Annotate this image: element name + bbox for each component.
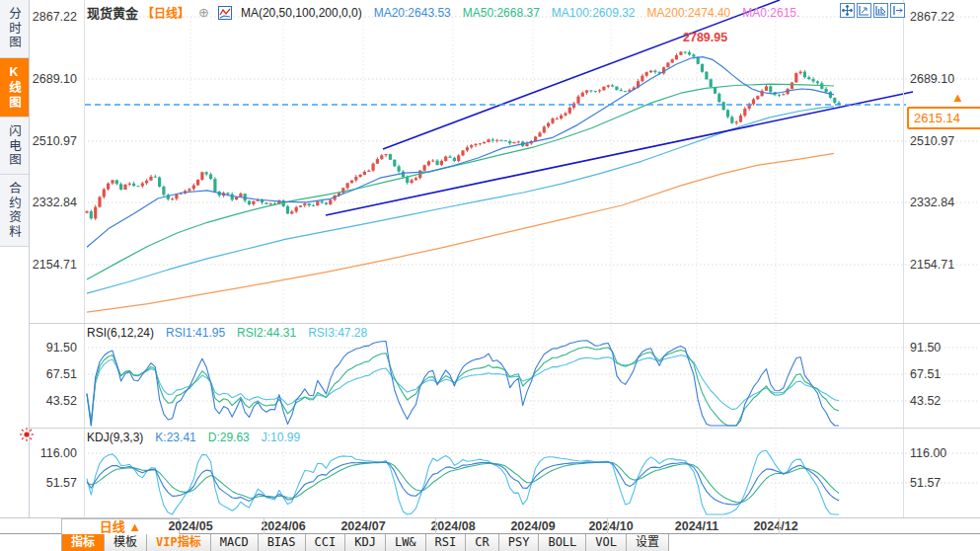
- axis-label: 67.51: [910, 367, 941, 381]
- axis-label: 91.50: [910, 341, 941, 354]
- axis-label: 2332.84: [910, 196, 954, 209]
- toolbar-tab-PSY[interactable]: PSY: [499, 534, 540, 551]
- month-label: 2024/10: [579, 519, 642, 533]
- kdj-value: D:29.63: [208, 431, 250, 444]
- pane-divider-rsi: [30, 323, 980, 324]
- alert-sun-icon[interactable]: [19, 427, 35, 445]
- rsi-title: RSI(6,12,24): [87, 326, 154, 340]
- indicator-toolbar: 指标模板VIP指标MACDBIASCCIKDJLW&RSICRPSYBOLLVO…: [0, 534, 980, 551]
- zoom-bars-icon[interactable]: [873, 3, 888, 18]
- toolbar-tab-CCI[interactable]: CCI: [306, 534, 346, 551]
- ma-value: MA(20,50,100,200,0,0): [241, 6, 362, 20]
- toolbar-tab-RSI[interactable]: RSI: [426, 534, 467, 551]
- toolbar-tab-VIP指标[interactable]: VIP指标: [147, 534, 211, 551]
- right-axis-divider: [903, 0, 904, 517]
- peak-price-label: 2789.95: [683, 31, 727, 44]
- axis-label: 2332.84: [28, 196, 77, 209]
- toolbar-tab-KDJ[interactable]: KDJ: [345, 534, 386, 551]
- axis-label: 43.52: [910, 394, 941, 408]
- kdj-title: KDJ(9,3,3): [87, 431, 143, 444]
- ma-value: MA20:2643.53: [374, 6, 451, 20]
- month-label: 2024/05: [159, 519, 222, 533]
- axis-label: 51.57: [910, 476, 941, 490]
- axis-label: 116.00: [28, 446, 77, 460]
- ma-value: MA200:2474.40: [647, 6, 731, 20]
- kdj-value: K:23.41: [155, 431, 195, 444]
- kdj-header: KDJ(9,3,3) K:23.41D:29.63J:10.99: [87, 431, 300, 444]
- add-overlay-icon[interactable]: ⊕: [198, 6, 209, 19]
- month-label: 2024/09: [501, 519, 565, 533]
- axis-label: 2154.71: [28, 258, 77, 272]
- exit-right-icon[interactable]: [890, 3, 905, 18]
- ma-value: MA50:2668.37: [463, 6, 540, 20]
- toolbar-tab-BIAS[interactable]: BIAS: [259, 534, 306, 551]
- kdj-value: J:10.99: [262, 431, 300, 444]
- axis-label: 2689.10: [28, 72, 77, 86]
- month-label: 2024/11: [665, 519, 728, 533]
- chart-tools: [840, 3, 905, 18]
- axis-label: 43.52: [28, 394, 77, 408]
- month-label: 2024/12: [744, 519, 807, 533]
- toolbar-tab-CR[interactable]: CR: [466, 534, 498, 551]
- axis-separator: [435, 518, 436, 534]
- ma-value: MA0:2615.: [742, 6, 799, 20]
- last-price-tag: 2615.14: [907, 107, 980, 129]
- rsi-header: RSI(6,12,24) RSI1:41.95RSI2:44.31RSI3:47…: [87, 326, 367, 340]
- axis-label: 2867.22: [910, 10, 954, 24]
- ma-values: MA(20,50,100,200,0,0)MA20:2643.53MA50:26…: [241, 6, 799, 20]
- rsi-value: RSI1:41.95: [166, 326, 225, 340]
- toolbar-tab-模板[interactable]: 模板: [105, 534, 147, 551]
- axis-separator: [779, 518, 780, 534]
- toolbar-tab-设置[interactable]: 设置: [627, 534, 669, 551]
- period-tag: 【日线】: [142, 4, 189, 21]
- price-up-arrow: ▲: [951, 90, 964, 105]
- symbol-name: 现货黄金: [87, 3, 138, 22]
- axis-label: 91.50: [28, 341, 77, 354]
- ma-value: MA100:2609.32: [552, 6, 636, 20]
- axis-separator: [264, 518, 264, 534]
- axis-label: 2689.10: [910, 72, 954, 86]
- axis-separator: [607, 518, 608, 534]
- axis-label: 2510.97: [910, 134, 954, 148]
- pane-divider-kdj: [30, 428, 980, 429]
- pan-crosshair-icon[interactable]: [840, 3, 855, 18]
- mini-chart-icon: [218, 6, 232, 20]
- rsi-value: RSI3:47.28: [308, 326, 367, 340]
- trading-app-window: { "colors":{ "up":"#e1514a","down":"#2fa…: [0, 0, 980, 551]
- toolbar-tab-指标[interactable]: 指标: [61, 534, 105, 551]
- axis-label: 2510.97: [28, 134, 77, 148]
- time-axis-row: 日线 ▲ 2024/052024/062024/072024/082024/09…: [0, 517, 980, 534]
- month-label: 2024/07: [332, 519, 395, 533]
- chart-header: 现货黄金 【日线】 ⊕ MA(20,50,100,200,0,0)MA20:26…: [87, 3, 799, 22]
- left-axis-divider: [84, 0, 85, 517]
- rsi-value: RSI2:44.31: [237, 326, 296, 340]
- kdj-values: K:23.41D:29.63J:10.99: [155, 431, 300, 444]
- month-label: 2024/06: [252, 519, 315, 533]
- rsi-values: RSI1:41.95RSI2:44.31RSI3:47.28: [166, 326, 367, 340]
- axis-label: 116.00: [910, 446, 946, 460]
- axis-label: 2867.22: [28, 10, 77, 24]
- zoom-range-icon[interactable]: [857, 3, 871, 18]
- axis-label: 67.51: [28, 367, 77, 381]
- axis-label: 2154.71: [910, 258, 954, 272]
- toolbar-tab-BOLL[interactable]: BOLL: [539, 534, 586, 551]
- axis-label: 51.57: [28, 476, 77, 490]
- toolbar-tab-VOL[interactable]: VOL: [586, 534, 627, 551]
- month-label: 2024/08: [421, 519, 485, 533]
- toolbar-tab-MACD[interactable]: MACD: [211, 534, 259, 551]
- toolbar-tab-LW&[interactable]: LW&: [386, 534, 426, 551]
